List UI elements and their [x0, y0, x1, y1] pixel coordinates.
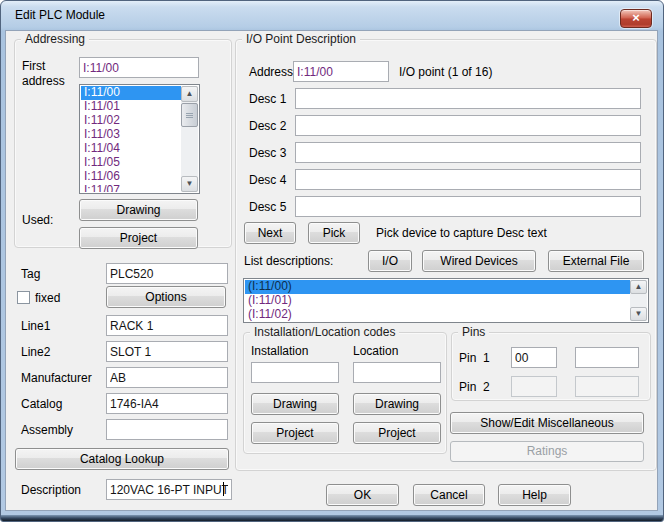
- help-button[interactable]: Help: [498, 484, 571, 506]
- pin1-desc-input[interactable]: [575, 347, 639, 368]
- edit-plc-module-dialog: Edit PLC Module × Addressing First addre…: [0, 0, 664, 522]
- list-item[interactable]: I:11/05: [81, 156, 181, 170]
- pin2-label: Pin 2: [459, 380, 490, 395]
- installation-project-button[interactable]: Project: [251, 422, 339, 444]
- descriptions-list-scrollbar[interactable]: ▲ ▼: [630, 280, 647, 321]
- desc4-label: Desc 4: [249, 173, 286, 187]
- desc5-input[interactable]: [295, 196, 641, 217]
- catalog-input[interactable]: [106, 393, 228, 414]
- address-input[interactable]: [293, 61, 389, 82]
- desc2-label: Desc 2: [249, 119, 286, 133]
- pin1-number-input[interactable]: [511, 347, 557, 368]
- address-listbox: I:11/00 I:11/01 I:11/02 I:11/03 I:11/04 …: [79, 84, 200, 194]
- first-address-label: First address: [22, 59, 65, 89]
- scroll-down-icon[interactable]: ▼: [630, 307, 647, 321]
- desc1-label: Desc 1: [249, 92, 286, 106]
- desc5-label: Desc 5: [249, 200, 286, 214]
- list-item[interactable]: (I:11/02): [245, 308, 630, 321]
- description-label: Description: [21, 483, 81, 497]
- manufacturer-label: Manufacturer: [21, 371, 92, 385]
- used-drawing-button[interactable]: Drawing: [79, 199, 198, 221]
- list-item[interactable]: I:11/06: [81, 170, 181, 184]
- pick-hint-label: Pick device to capture Desc text: [376, 226, 547, 240]
- line2-label: Line2: [21, 345, 50, 359]
- io-button[interactable]: I/O: [368, 250, 412, 272]
- catalog-lookup-button[interactable]: Catalog Lookup: [15, 448, 229, 470]
- assembly-input[interactable]: [106, 419, 228, 440]
- install-location-group-label: Installation/Location codes: [250, 325, 399, 339]
- pin1-label: Pin 1: [459, 351, 490, 366]
- text-caret: [223, 482, 224, 496]
- location-input[interactable]: [353, 362, 441, 383]
- description-input[interactable]: [106, 479, 232, 500]
- list-item[interactable]: I:11/02: [81, 114, 181, 128]
- desc2-input[interactable]: [295, 115, 641, 136]
- catalog-label: Catalog: [21, 397, 62, 411]
- desc3-label: Desc 3: [249, 146, 286, 160]
- pin2-desc-input: [575, 376, 639, 397]
- assembly-label: Assembly: [21, 423, 73, 437]
- list-item[interactable]: I:11/00: [81, 86, 181, 100]
- desc1-input[interactable]: [295, 88, 641, 109]
- next-button[interactable]: Next: [244, 222, 296, 244]
- descriptions-listbox: (I:11/00) (I:11/01) (I:11/02) ▲ ▼: [243, 278, 649, 323]
- list-item[interactable]: I:11/03: [81, 128, 181, 142]
- manufacturer-input[interactable]: [106, 367, 228, 388]
- descriptions-list-items: (I:11/00) (I:11/01) (I:11/02): [245, 280, 630, 321]
- line1-label: Line1: [21, 319, 50, 333]
- used-label: Used:: [22, 213, 53, 227]
- address-list-items: I:11/00 I:11/01 I:11/02 I:11/03 I:11/04 …: [81, 86, 181, 192]
- first-address-input[interactable]: [79, 57, 199, 78]
- fixed-label: fixed: [35, 291, 60, 305]
- address-list-scrollbar[interactable]: ▲ ▼: [181, 86, 198, 192]
- pin2-number-input: [511, 376, 557, 397]
- line1-input[interactable]: [106, 315, 228, 336]
- ratings-button: Ratings: [450, 441, 644, 462]
- cancel-button[interactable]: Cancel: [413, 484, 485, 506]
- list-item[interactable]: (I:11/00): [245, 280, 630, 294]
- installation-label: Installation: [251, 344, 308, 358]
- installation-drawing-button[interactable]: Drawing: [251, 393, 339, 415]
- desc4-input[interactable]: [295, 169, 641, 190]
- list-descriptions-label: List descriptions:: [244, 254, 333, 268]
- pins-group-label: Pins: [458, 325, 489, 339]
- location-label: Location: [353, 344, 398, 358]
- scroll-up-icon[interactable]: ▲: [630, 280, 647, 294]
- list-item[interactable]: I:11/01: [81, 100, 181, 114]
- tag-input[interactable]: [106, 263, 228, 284]
- window-title: Edit PLC Module: [15, 8, 105, 22]
- wired-devices-button[interactable]: Wired Devices: [422, 250, 536, 272]
- list-item[interactable]: I:11/07: [81, 184, 181, 192]
- line2-input[interactable]: [106, 341, 228, 362]
- pick-button[interactable]: Pick: [308, 222, 360, 244]
- external-file-button[interactable]: External File: [548, 250, 644, 272]
- installation-input[interactable]: [251, 362, 339, 383]
- used-project-button[interactable]: Project: [79, 227, 198, 249]
- location-drawing-button[interactable]: Drawing: [353, 393, 441, 415]
- io-point-description-group-label: I/O Point Description: [242, 32, 360, 46]
- show-edit-miscellaneous-button[interactable]: Show/Edit Miscellaneous: [450, 412, 644, 434]
- address-label: Address: [249, 65, 293, 79]
- close-icon[interactable]: ×: [620, 9, 652, 28]
- io-point-counter: I/O point (1 of 16): [399, 65, 492, 79]
- scroll-down-icon[interactable]: ▼: [181, 176, 198, 192]
- fixed-checkbox[interactable]: [17, 291, 30, 304]
- tag-label: Tag: [21, 267, 40, 281]
- list-item[interactable]: (I:11/01): [245, 294, 630, 308]
- options-button[interactable]: Options: [106, 286, 226, 308]
- ok-button[interactable]: OK: [326, 484, 399, 506]
- list-item[interactable]: I:11/04: [81, 142, 181, 156]
- location-project-button[interactable]: Project: [353, 422, 441, 444]
- desc3-input[interactable]: [295, 142, 641, 163]
- scroll-up-icon[interactable]: ▲: [181, 86, 198, 102]
- addressing-group-label: Addressing: [21, 32, 89, 46]
- scroll-thumb[interactable]: [181, 103, 198, 127]
